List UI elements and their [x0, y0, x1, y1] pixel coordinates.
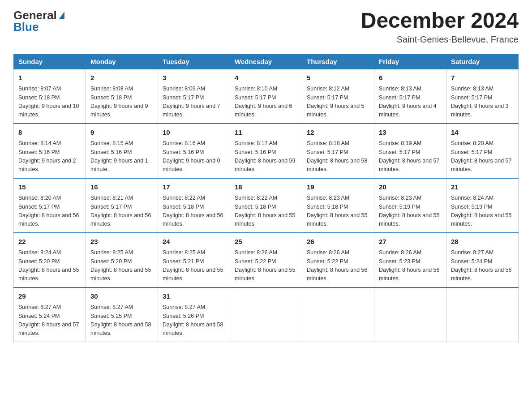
calendar-header-row: Sunday Monday Tuesday Wednesday Thursday…: [14, 54, 519, 69]
day-number: 26: [307, 237, 369, 247]
table-row: 26 Sunrise: 8:26 AM Sunset: 5:22 PM Dayl…: [302, 233, 374, 287]
table-row: [446, 287, 519, 342]
day-number: 2: [90, 73, 153, 83]
day-info: Sunrise: 8:18 AM Sunset: 5:17 PM Dayligh…: [307, 139, 369, 174]
day-info: Sunrise: 8:14 AM Sunset: 5:16 PM Dayligh…: [18, 139, 81, 174]
day-info: Sunrise: 8:16 AM Sunset: 5:16 PM Dayligh…: [163, 139, 225, 174]
day-info: Sunrise: 8:26 AM Sunset: 5:22 PM Dayligh…: [235, 248, 297, 283]
logo: General Blue: [13, 9, 64, 34]
table-row: 24 Sunrise: 8:25 AM Sunset: 5:21 PM Dayl…: [158, 233, 230, 287]
location-title: Saint-Genies-Bellevue, France: [361, 34, 519, 45]
day-number: 4: [235, 73, 297, 83]
day-info: Sunrise: 8:26 AM Sunset: 5:22 PM Dayligh…: [307, 248, 369, 283]
table-row: 1 Sunrise: 8:07 AM Sunset: 5:18 PM Dayli…: [14, 69, 86, 124]
day-number: 29: [18, 291, 81, 302]
table-row: 21 Sunrise: 8:24 AM Sunset: 5:19 PM Dayl…: [446, 178, 519, 233]
col-monday: Monday: [86, 54, 158, 69]
col-friday: Friday: [374, 54, 446, 69]
day-info: Sunrise: 8:24 AM Sunset: 5:19 PM Dayligh…: [451, 194, 514, 229]
day-info: Sunrise: 8:25 AM Sunset: 5:21 PM Dayligh…: [163, 248, 225, 283]
table-row: 28 Sunrise: 8:27 AM Sunset: 5:24 PM Dayl…: [446, 233, 519, 287]
table-row: 6 Sunrise: 8:13 AM Sunset: 5:17 PM Dayli…: [374, 69, 446, 124]
day-info: Sunrise: 8:12 AM Sunset: 5:17 PM Dayligh…: [307, 85, 369, 120]
col-tuesday: Tuesday: [158, 54, 230, 69]
table-row: [230, 287, 302, 342]
day-info: Sunrise: 8:08 AM Sunset: 5:18 PM Dayligh…: [90, 85, 153, 120]
day-number: 10: [163, 128, 225, 138]
day-info: Sunrise: 8:27 AM Sunset: 5:24 PM Dayligh…: [18, 303, 81, 338]
day-info: Sunrise: 8:13 AM Sunset: 5:17 PM Dayligh…: [379, 85, 442, 120]
day-info: Sunrise: 8:17 AM Sunset: 5:16 PM Dayligh…: [235, 139, 297, 174]
calendar-table: Sunday Monday Tuesday Wednesday Thursday…: [13, 54, 519, 342]
col-thursday: Thursday: [302, 54, 374, 69]
day-number: 7: [451, 73, 514, 83]
table-row: [374, 287, 446, 342]
table-row: 19 Sunrise: 8:23 AM Sunset: 5:18 PM Dayl…: [302, 178, 374, 233]
day-info: Sunrise: 8:07 AM Sunset: 5:18 PM Dayligh…: [18, 85, 81, 120]
day-info: Sunrise: 8:10 AM Sunset: 5:17 PM Dayligh…: [235, 85, 297, 120]
day-number: 14: [451, 128, 514, 138]
col-sunday: Sunday: [14, 54, 86, 69]
day-info: Sunrise: 8:27 AM Sunset: 5:26 PM Dayligh…: [163, 303, 225, 338]
col-wednesday: Wednesday: [230, 54, 302, 69]
table-row: 3 Sunrise: 8:09 AM Sunset: 5:17 PM Dayli…: [158, 69, 230, 124]
table-row: 22 Sunrise: 8:24 AM Sunset: 5:20 PM Dayl…: [14, 233, 86, 287]
table-row: [302, 287, 374, 342]
day-number: 21: [451, 182, 514, 193]
day-info: Sunrise: 8:13 AM Sunset: 5:17 PM Dayligh…: [451, 85, 514, 120]
table-row: 10 Sunrise: 8:16 AM Sunset: 5:16 PM Dayl…: [158, 124, 230, 178]
logo-blue-text: Blue: [13, 20, 39, 34]
day-info: Sunrise: 8:23 AM Sunset: 5:18 PM Dayligh…: [307, 194, 369, 229]
day-number: 15: [18, 182, 81, 193]
calendar-week-row: 15 Sunrise: 8:20 AM Sunset: 5:17 PM Dayl…: [14, 178, 519, 233]
table-row: 31 Sunrise: 8:27 AM Sunset: 5:26 PM Dayl…: [158, 287, 230, 342]
day-number: 20: [379, 182, 442, 193]
day-number: 28: [451, 237, 514, 247]
calendar-week-row: 29 Sunrise: 8:27 AM Sunset: 5:24 PM Dayl…: [14, 287, 519, 342]
table-row: 9 Sunrise: 8:15 AM Sunset: 5:16 PM Dayli…: [86, 124, 158, 178]
day-number: 6: [379, 73, 442, 83]
logo-triangle-icon: [59, 12, 64, 19]
table-row: 4 Sunrise: 8:10 AM Sunset: 5:17 PM Dayli…: [230, 69, 302, 124]
table-row: 25 Sunrise: 8:26 AM Sunset: 5:22 PM Dayl…: [230, 233, 302, 287]
calendar-week-row: 1 Sunrise: 8:07 AM Sunset: 5:18 PM Dayli…: [14, 69, 519, 124]
page-header: General Blue December 2024 Saint-Genies-…: [13, 9, 519, 45]
day-number: 8: [18, 128, 81, 138]
day-info: Sunrise: 8:22 AM Sunset: 5:18 PM Dayligh…: [163, 194, 225, 229]
table-row: 20 Sunrise: 8:23 AM Sunset: 5:19 PM Dayl…: [374, 178, 446, 233]
day-number: 13: [379, 128, 442, 138]
day-number: 11: [235, 128, 297, 138]
day-info: Sunrise: 8:25 AM Sunset: 5:20 PM Dayligh…: [90, 248, 153, 283]
table-row: 29 Sunrise: 8:27 AM Sunset: 5:24 PM Dayl…: [14, 287, 86, 342]
day-number: 27: [379, 237, 442, 247]
day-number: 23: [90, 237, 153, 247]
day-number: 24: [163, 237, 225, 247]
day-info: Sunrise: 8:15 AM Sunset: 5:16 PM Dayligh…: [90, 139, 153, 174]
table-row: 8 Sunrise: 8:14 AM Sunset: 5:16 PM Dayli…: [14, 124, 86, 178]
day-info: Sunrise: 8:24 AM Sunset: 5:20 PM Dayligh…: [18, 248, 81, 283]
day-info: Sunrise: 8:27 AM Sunset: 5:25 PM Dayligh…: [90, 303, 153, 338]
day-number: 5: [307, 73, 369, 83]
title-area: December 2024 Saint-Genies-Bellevue, Fra…: [361, 9, 519, 45]
day-number: 9: [90, 128, 153, 138]
table-row: 14 Sunrise: 8:20 AM Sunset: 5:17 PM Dayl…: [446, 124, 519, 178]
day-number: 16: [90, 182, 153, 193]
day-number: 18: [235, 182, 297, 193]
day-number: 12: [307, 128, 369, 138]
day-number: 19: [307, 182, 369, 193]
table-row: 12 Sunrise: 8:18 AM Sunset: 5:17 PM Dayl…: [302, 124, 374, 178]
table-row: 7 Sunrise: 8:13 AM Sunset: 5:17 PM Dayli…: [446, 69, 519, 124]
table-row: 2 Sunrise: 8:08 AM Sunset: 5:18 PM Dayli…: [86, 69, 158, 124]
calendar-week-row: 8 Sunrise: 8:14 AM Sunset: 5:16 PM Dayli…: [14, 124, 519, 178]
table-row: 23 Sunrise: 8:25 AM Sunset: 5:20 PM Dayl…: [86, 233, 158, 287]
table-row: 11 Sunrise: 8:17 AM Sunset: 5:16 PM Dayl…: [230, 124, 302, 178]
col-saturday: Saturday: [446, 54, 519, 69]
day-number: 17: [163, 182, 225, 193]
table-row: 16 Sunrise: 8:21 AM Sunset: 5:17 PM Dayl…: [86, 178, 158, 233]
day-number: 30: [90, 291, 153, 302]
table-row: 5 Sunrise: 8:12 AM Sunset: 5:17 PM Dayli…: [302, 69, 374, 124]
day-info: Sunrise: 8:23 AM Sunset: 5:19 PM Dayligh…: [379, 194, 442, 229]
table-row: 30 Sunrise: 8:27 AM Sunset: 5:25 PM Dayl…: [86, 287, 158, 342]
month-title: December 2024: [361, 9, 519, 33]
day-info: Sunrise: 8:27 AM Sunset: 5:24 PM Dayligh…: [451, 248, 514, 283]
